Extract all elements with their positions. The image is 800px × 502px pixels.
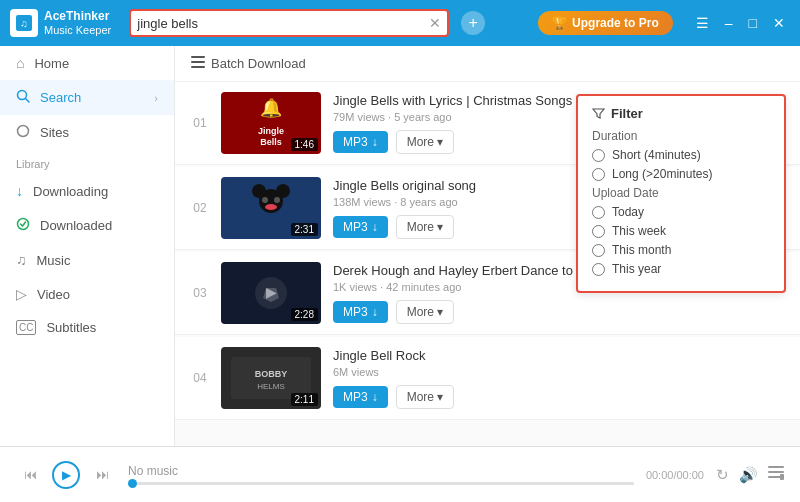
filter-long[interactable]: Long (>20minutes): [592, 167, 770, 181]
result-number: 01: [191, 116, 209, 130]
result-info: Jingle Bell Rock 6M views MP3 ↓ More ▾: [333, 348, 784, 409]
music-icon: ♫: [16, 252, 27, 268]
repeat-icon[interactable]: ↻: [716, 466, 729, 484]
filter-year-radio[interactable]: [592, 263, 605, 276]
mp3-download-button[interactable]: MP3 ↓: [333, 216, 388, 238]
result-thumbnail[interactable]: ▶ 2:28: [221, 262, 321, 324]
filter-panel: Filter Duration Short (4minutes) Long (>…: [576, 94, 786, 293]
more-button[interactable]: More ▾: [396, 130, 454, 154]
result-actions: MP3 ↓ More ▾: [333, 300, 784, 324]
chevron-down-icon: ▾: [437, 305, 443, 319]
filter-this-year[interactable]: This year: [592, 262, 770, 276]
batch-download-button[interactable]: Batch Download: [191, 56, 306, 71]
playlist-icon[interactable]: [768, 466, 784, 483]
mp3-download-button[interactable]: MP3 ↓: [333, 386, 388, 408]
filter-today[interactable]: Today: [592, 205, 770, 219]
maximize-button[interactable]: □: [744, 13, 762, 33]
more-button[interactable]: More ▾: [396, 300, 454, 324]
sidebar-label-sites: Sites: [40, 125, 69, 140]
video-icon: ▷: [16, 286, 27, 302]
filter-today-radio[interactable]: [592, 206, 605, 219]
svg-line-3: [26, 99, 30, 103]
batch-icon: [191, 56, 205, 71]
sidebar-item-home[interactable]: ⌂ Home: [0, 46, 174, 80]
logo-text: AceThinker Music Keeper: [44, 9, 111, 37]
sidebar-label-music: Music: [37, 253, 71, 268]
volume-icon[interactable]: 🔊: [739, 466, 758, 484]
player-track: No music: [128, 464, 634, 485]
filter-month-radio[interactable]: [592, 244, 605, 257]
more-label: More: [407, 305, 434, 319]
player-progress-bar[interactable]: [128, 482, 634, 485]
more-button[interactable]: More ▾: [396, 215, 454, 239]
filter-long-radio[interactable]: [592, 168, 605, 181]
result-thumbnail[interactable]: BOBBY HELMS 2:11: [221, 347, 321, 409]
svg-rect-27: [768, 466, 784, 468]
mp3-label: MP3: [343, 390, 368, 404]
sidebar-item-subtitles[interactable]: CC Subtitles: [0, 311, 174, 344]
sidebar-item-downloaded[interactable]: Downloaded: [0, 208, 174, 243]
player-controls: ⏮ ▶ ⏭: [16, 461, 116, 489]
upload-date-label: Upload Date: [592, 186, 770, 200]
next-button[interactable]: ⏭: [88, 461, 116, 489]
more-button[interactable]: More ▾: [396, 385, 454, 409]
svg-point-18: [274, 197, 280, 203]
filter-year-label: This year: [612, 262, 661, 276]
search-bar[interactable]: ✕: [129, 9, 449, 37]
prev-button[interactable]: ⏮: [16, 461, 44, 489]
sidebar-item-sites[interactable]: Sites: [0, 115, 174, 150]
upgrade-icon: 🏆: [552, 16, 567, 30]
svg-rect-8: [191, 66, 205, 68]
search-input[interactable]: [137, 16, 429, 31]
downloaded-icon: [16, 217, 30, 234]
add-tab-button[interactable]: +: [461, 11, 485, 35]
minimize-button[interactable]: –: [720, 13, 738, 33]
sidebar-item-downloading[interactable]: ↓ Downloading: [0, 174, 174, 208]
svg-text:▶: ▶: [266, 284, 277, 300]
filter-icon: [592, 107, 605, 120]
home-icon: ⌂: [16, 55, 24, 71]
sidebar-item-search[interactable]: Search ›: [0, 80, 174, 115]
menu-icon[interactable]: ☰: [691, 13, 714, 33]
filter-short[interactable]: Short (4minutes): [592, 148, 770, 162]
close-icon[interactable]: ✕: [429, 15, 441, 31]
title-bar: ♫ AceThinker Music Keeper ✕ + 🏆 Upgrade …: [0, 0, 800, 46]
filter-this-week[interactable]: This week: [592, 224, 770, 238]
svg-text:HELMS: HELMS: [257, 382, 285, 391]
result-number: 03: [191, 286, 209, 300]
more-label: More: [407, 390, 434, 404]
result-thumbnail[interactable]: 2:31: [221, 177, 321, 239]
download-icon: ↓: [372, 135, 378, 149]
svg-text:♫: ♫: [20, 18, 28, 29]
upgrade-button[interactable]: 🏆 Upgrade to Pro: [538, 11, 673, 35]
download-icon: ↓: [372, 220, 378, 234]
thumb-duration: 2:11: [291, 393, 318, 406]
thumb-duration: 2:31: [291, 223, 318, 236]
filter-long-label: Long (>20minutes): [612, 167, 712, 181]
filter-short-radio[interactable]: [592, 149, 605, 162]
close-window-button[interactable]: ✕: [768, 13, 790, 33]
svg-text:BOBBY: BOBBY: [255, 369, 288, 379]
mp3-download-button[interactable]: MP3 ↓: [333, 131, 388, 153]
sidebar-label-downloading: Downloading: [33, 184, 108, 199]
svg-text:Jingle: Jingle: [258, 126, 284, 136]
sidebar: ⌂ Home Search › Sites Library ↓: [0, 46, 175, 446]
result-thumbnail[interactable]: 🔔 Jingle Bells 1:46: [221, 92, 321, 154]
mp3-download-button[interactable]: MP3 ↓: [333, 301, 388, 323]
result-number: 02: [191, 201, 209, 215]
subtitles-icon: CC: [16, 320, 36, 335]
filter-this-month[interactable]: This month: [592, 243, 770, 257]
batch-download-label: Batch Download: [211, 56, 306, 71]
sidebar-label-subtitles: Subtitles: [46, 320, 96, 335]
sidebar-label-video: Video: [37, 287, 70, 302]
filter-week-radio[interactable]: [592, 225, 605, 238]
sidebar-item-video[interactable]: ▷ Video: [0, 277, 174, 311]
player-right-controls: ↻ 🔊: [716, 466, 784, 484]
result-title: Jingle Bell Rock: [333, 348, 784, 363]
filter-short-label: Short (4minutes): [612, 148, 701, 162]
sidebar-item-music[interactable]: ♫ Music: [0, 243, 174, 277]
play-button[interactable]: ▶: [52, 461, 80, 489]
svg-rect-6: [191, 56, 205, 58]
result-actions: MP3 ↓ More ▾: [333, 385, 784, 409]
search-icon: [16, 89, 30, 106]
